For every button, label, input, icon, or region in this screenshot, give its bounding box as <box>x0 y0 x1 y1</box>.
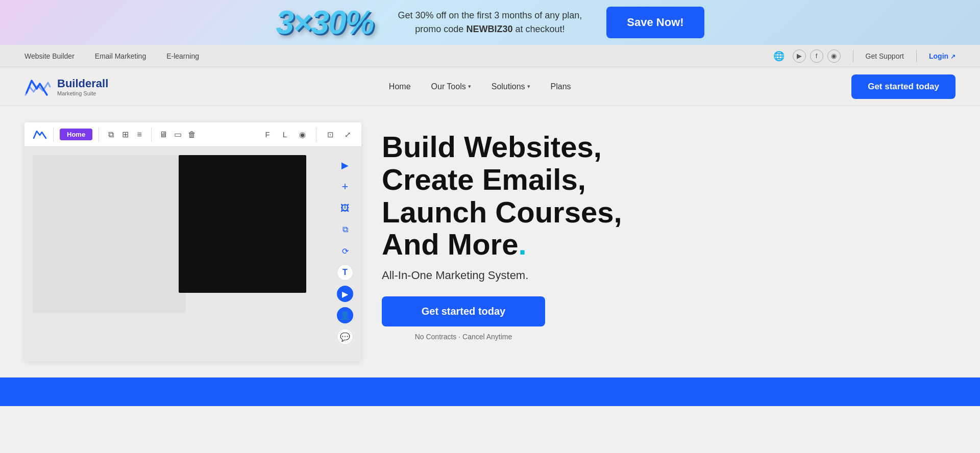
hero-line2: Create Emails, <box>382 163 586 196</box>
builder-canvas <box>33 155 331 318</box>
top-nav-right: 🌐 ▶ f ◉ Get Support Login ↗ <box>773 49 956 63</box>
toolbar-grid-icon[interactable]: ⊞ <box>119 129 131 140</box>
builder-canvas-main-panel <box>179 155 306 293</box>
toolbar-divider-4 <box>316 128 316 142</box>
toolbar-divider-3 <box>151 128 152 142</box>
builder-canvas-left-panel <box>33 155 186 313</box>
top-nav-website-builder[interactable]: Website Builder <box>24 52 75 60</box>
side-refresh-icon[interactable]: ⟳ <box>337 243 353 259</box>
main-nav: Builderall Marketing Suite Home Our Tool… <box>0 67 980 106</box>
promo-description: Get 30% off on the first 3 months of any… <box>398 9 582 36</box>
hero-line3: Launch Courses, <box>382 195 622 229</box>
nav-divider-2 <box>916 50 917 62</box>
toolbar-divider-1 <box>53 128 54 142</box>
builder-logo-small-icon <box>33 129 47 140</box>
toolbar-save-icon[interactable]: ⊡ <box>325 129 336 140</box>
builder-toolbar: Home ⧉ ⊞ ≡ 🖥 ▭ 🗑 F L ◉ ⊡ ⤢ <box>24 122 361 147</box>
external-arrow-icon: ↗ <box>950 53 955 60</box>
side-cursor-icon[interactable]: ▶ <box>337 157 353 173</box>
top-nav-email-marketing[interactable]: Email Marketing <box>95 52 146 60</box>
nav-home[interactable]: Home <box>389 82 411 91</box>
brand-logo[interactable]: Builderall Marketing Suite <box>24 77 108 97</box>
nav-our-tools[interactable]: Our Tools ▾ <box>431 82 471 91</box>
nav-plans[interactable]: Plans <box>551 82 571 91</box>
toolbar-divider-2 <box>99 128 99 142</box>
content-area: Home ⧉ ⊞ ≡ 🖥 ▭ 🗑 F L ◉ ⊡ ⤢ <box>0 106 980 361</box>
hero-line1: Build Websites, <box>382 130 602 163</box>
main-nav-links: Home Our Tools ▾ Solutions ▾ Plans <box>389 82 571 91</box>
brand-name: Builderall <box>57 77 108 90</box>
builder-body: ▶ + 🖼 ⧉ ⟳ T ▶ 👤 💬 <box>24 147 361 353</box>
toolbar-right-icons: F L ◉ ⊡ ⤢ <box>262 128 353 142</box>
globe-icon[interactable]: 🌐 <box>773 51 785 62</box>
toolbar-device-icons: 🖥 ▭ 🗑 <box>158 129 198 140</box>
youtube-icon[interactable]: ▶ <box>793 49 806 63</box>
brand-text: Builderall Marketing Suite <box>57 77 108 96</box>
login-link[interactable]: Login ↗ <box>929 52 955 60</box>
builder-side-toolbar: ▶ + 🖼 ⧉ ⟳ T ▶ 👤 💬 <box>337 155 353 345</box>
social-icons: ▶ f ◉ <box>793 49 841 63</box>
get-support-link[interactable]: Get Support <box>866 52 904 60</box>
hero-no-contract-text: No Contracts · Cancel Anytime <box>382 333 545 341</box>
toolbar-font-icon[interactable]: F <box>262 129 273 140</box>
brand-logo-icon <box>24 77 51 97</box>
promo-banner: 3×30% Get 30% off on the first 3 months … <box>0 0 980 45</box>
side-user-icon[interactable]: 👤 <box>337 307 353 323</box>
solutions-chevron-icon: ▾ <box>527 83 530 90</box>
builder-preview: Home ⧉ ⊞ ≡ 🖥 ▭ 🗑 F L ◉ ⊡ ⤢ <box>24 122 361 361</box>
our-tools-chevron-icon: ▾ <box>468 83 471 90</box>
brand-subtitle: Marketing Suite <box>57 90 108 96</box>
toolbar-copy-icon[interactable]: ⧉ <box>105 129 116 140</box>
nav-get-started-button[interactable]: Get started today <box>851 74 955 99</box>
toolbar-icons: ⧉ ⊞ ≡ <box>105 129 145 140</box>
hero-line4: And More. <box>382 228 527 261</box>
top-nav-links: Website Builder Email Marketing E-learni… <box>24 52 199 60</box>
toolbar-expand-icon[interactable]: ⤢ <box>342 129 353 140</box>
side-image-icon[interactable]: 🖼 <box>337 200 353 216</box>
nav-divider <box>853 50 853 62</box>
side-text-icon[interactable]: T <box>337 264 353 281</box>
top-nav: Website Builder Email Marketing E-learni… <box>0 45 980 67</box>
side-copy-icon[interactable]: ⧉ <box>337 221 353 238</box>
hero-subtitle: All-In-One Marketing System. <box>382 269 955 282</box>
side-chat-icon[interactable]: 💬 <box>337 329 353 345</box>
side-add-icon[interactable]: + <box>337 179 353 195</box>
side-play-icon[interactable]: ▶ <box>337 286 353 302</box>
instagram-icon[interactable]: ◉ <box>827 49 841 63</box>
hero-dot: . <box>518 228 526 261</box>
blue-footer-strip <box>0 377 980 406</box>
nav-solutions[interactable]: Solutions ▾ <box>492 82 530 91</box>
save-now-button[interactable]: Save Now! <box>606 7 704 38</box>
hero-get-started-button[interactable]: Get started today <box>382 296 545 326</box>
top-nav-elearning[interactable]: E-learning <box>166 52 199 60</box>
facebook-icon[interactable]: f <box>810 49 823 63</box>
toolbar-delete-icon[interactable]: 🗑 <box>186 129 198 140</box>
hero-section: Build Websites, Create Emails, Launch Co… <box>382 122 955 341</box>
toolbar-layer-icon[interactable]: L <box>279 129 290 140</box>
toolbar-home-tab[interactable]: Home <box>60 129 92 140</box>
toolbar-tablet-icon[interactable]: ▭ <box>172 129 183 140</box>
toolbar-desktop-icon[interactable]: 🖥 <box>158 129 169 140</box>
toolbar-eye-icon[interactable]: ◉ <box>297 129 308 140</box>
hero-heading: Build Websites, Create Emails, Launch Co… <box>382 131 955 261</box>
promo-code: NEWBIZ30 <box>466 24 512 34</box>
toolbar-align-icon[interactable]: ≡ <box>134 129 145 140</box>
promo-3x-text: 3×30% <box>276 4 373 41</box>
